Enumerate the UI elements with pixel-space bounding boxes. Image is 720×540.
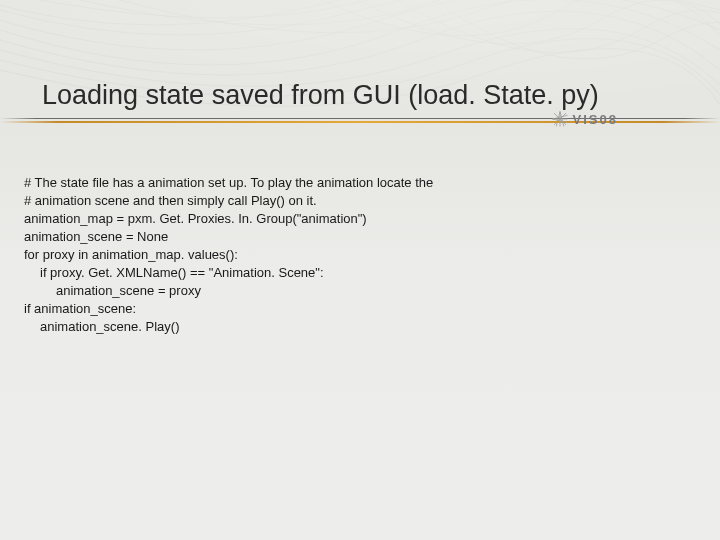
code-line: animation_scene. Play() (24, 318, 179, 336)
code-line: if proxy. Get. XMLName() == "Animation. … (24, 264, 324, 282)
vis-logo: VIS08 (551, 110, 618, 128)
code-line: # animation scene and then simply call P… (24, 193, 317, 208)
code-line: animation_scene = None (24, 229, 168, 244)
starburst-icon (551, 110, 569, 128)
code-line: animation_map = pxm. Get. Proxies. In. G… (24, 211, 367, 226)
code-block: # The state file has a animation set up.… (24, 156, 433, 354)
code-line: # The state file has a animation set up.… (24, 175, 433, 190)
logo-text: VIS08 (573, 112, 618, 127)
code-line: if animation_scene: (24, 301, 136, 316)
slide: Loading state saved from GUI (load. Stat… (0, 0, 720, 540)
slide-title: Loading state saved from GUI (load. Stat… (42, 80, 599, 111)
code-line: for proxy in animation_map. values(): (24, 247, 238, 262)
code-line: animation_scene = proxy (24, 282, 201, 300)
